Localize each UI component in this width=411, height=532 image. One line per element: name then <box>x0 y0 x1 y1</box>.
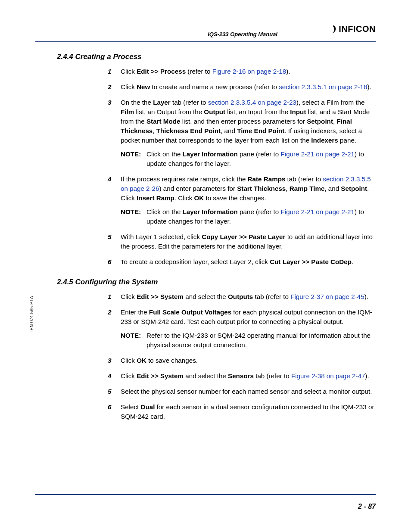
step-body: Select Dual for each sensor in a dual se… <box>121 402 376 421</box>
cross-ref-link[interactable]: Figure 2-37 on page 2-45 <box>290 293 364 300</box>
step-body: On the the Layer tab (refer to section 2… <box>121 98 376 145</box>
note: NOTE:Click on the Layer Information pane… <box>121 149 376 168</box>
text-run: Enter the <box>121 308 149 316</box>
text-run: to save the changes. <box>204 194 266 202</box>
bold-text: Full Scale Output Voltages <box>149 308 231 316</box>
page: IQS-233 Operating Manual INFICON 2.4.4 C… <box>0 0 411 532</box>
cross-ref-link[interactable]: section 2.3.3.5.4 on page 2-23 <box>208 99 296 106</box>
step-item: 6To create a codeposition layer, select … <box>108 257 376 267</box>
bold-text: Layer Information <box>183 208 238 215</box>
text-run: , and <box>324 185 341 192</box>
text-run: and select the <box>184 372 228 380</box>
step-body: Enter the Full Scale Output Voltages for… <box>121 308 376 327</box>
bold-text: Input <box>290 108 306 115</box>
cross-ref-link[interactable]: Figure 2-21 on page 2-21 <box>280 150 354 158</box>
text-run: Click <box>121 293 137 300</box>
bold-text: Outputs <box>228 293 253 300</box>
step-list: 1Click Edit >> Process (refer to Figure … <box>108 67 376 267</box>
note-body: Click on the Layer Information pane (ref… <box>146 149 376 168</box>
step-item: 4Click Edit >> System and select the Sen… <box>108 371 376 381</box>
text-run: pane (refer to <box>238 208 281 215</box>
text-run: ). <box>364 293 368 300</box>
logo-swirl-icon <box>329 25 337 34</box>
cross-ref-link[interactable]: section 2.3.3.5.1 on page 2-18 <box>279 83 367 90</box>
bold-text: Time End Point <box>237 127 284 134</box>
bold-text: Output <box>204 108 225 115</box>
step-item: 2Click New to create and name a new proc… <box>108 82 376 92</box>
text-run: Click <box>121 83 137 90</box>
ipn-label: IPN 074-585-P1A <box>29 296 34 332</box>
content-area: 2.4.4 Creating a Process1Click Edit >> P… <box>57 52 376 427</box>
bold-text: Setpoint <box>341 185 367 192</box>
step-body: Click Edit >> Process (refer to Figure 2… <box>121 67 376 76</box>
bold-text: Sensors <box>228 372 254 380</box>
note-label: NOTE: <box>121 331 146 350</box>
text-run: . <box>352 258 353 265</box>
step-number: 5 <box>108 387 112 396</box>
bold-text: OK <box>194 194 204 202</box>
section-heading: 2.4.4 Creating a Process <box>57 52 376 62</box>
step-item: 3On the the Layer tab (refer to section … <box>108 98 376 168</box>
text-run: With Layer 1 selected, click <box>121 233 202 240</box>
step-body: With Layer 1 selected, click Copy Layer … <box>121 232 376 251</box>
step-item: 4If the process requires rate ramps, cli… <box>108 174 376 226</box>
header-rule <box>35 41 376 42</box>
bold-text: Copy Layer >> Paste Layer <box>202 233 285 240</box>
bold-text: Edit >> System <box>137 293 184 300</box>
step-number: 2 <box>108 82 112 92</box>
page-header: IQS-233 Operating Manual INFICON <box>0 26 411 41</box>
text-run: If the process requires rate ramps, clic… <box>121 175 248 183</box>
cross-ref-link[interactable]: Figure 2-38 on page 2-47 <box>291 372 365 380</box>
step-item: 2Enter the Full Scale Output Voltages fo… <box>108 308 376 350</box>
brand-logo: INFICON <box>329 24 376 34</box>
text-run: to create and name a new process (refer … <box>150 83 279 90</box>
manual-title: IQS-233 Operating Manual <box>208 31 277 37</box>
step-body: Click New to create and name a new proce… <box>121 82 376 92</box>
note-label: NOTE: <box>121 149 146 168</box>
text-run: To create a codeposition layer, select L… <box>121 258 270 265</box>
bold-text: Insert Ramp <box>137 194 174 202</box>
step-number: 3 <box>108 98 112 107</box>
text-run: ). <box>367 83 371 90</box>
text-run: ), select a Film from the <box>296 99 365 106</box>
text-run: (refer to <box>186 68 212 75</box>
text-run: Select <box>121 403 140 411</box>
bold-text: OK <box>137 357 146 364</box>
section-heading: 2.4.5 Configuring the System <box>57 277 376 288</box>
text-run: Click <box>121 357 137 364</box>
bold-text: Setpoint <box>307 118 333 125</box>
text-run: list, an Input from the <box>225 108 290 115</box>
bold-text: Dual <box>140 403 155 411</box>
step-list: 1Click Edit >> System and select the Out… <box>108 292 376 421</box>
step-item: 1Click Edit >> Process (refer to Figure … <box>108 67 376 76</box>
bold-text: New <box>137 83 150 90</box>
text-run: tab (refer to <box>254 372 291 380</box>
text-run: Click <box>121 68 137 75</box>
step-number: 5 <box>108 232 112 242</box>
bold-text: Indexers <box>311 137 338 144</box>
step-item: 5Select the physical sensor number for e… <box>108 387 376 396</box>
note: NOTE:Refer to the IQM-233 or SQM-242 ope… <box>121 331 376 350</box>
step-number: 2 <box>108 308 112 317</box>
step-number: 3 <box>108 356 112 365</box>
text-run: ). <box>365 372 369 380</box>
page-number: 2 - 87 <box>358 503 376 510</box>
text-run: Select the physical sensor number for ea… <box>121 388 372 395</box>
bold-text: Thickness End Point <box>156 127 221 134</box>
cross-ref-link[interactable]: Figure 2-16 on page 2-18 <box>212 68 286 75</box>
step-number: 6 <box>108 402 112 412</box>
text-run: list, and then enter process parameters … <box>180 118 307 125</box>
text-run: pane. <box>338 137 356 144</box>
bold-text: Rate Ramps <box>248 175 286 183</box>
text-run: pane (refer to <box>238 150 281 158</box>
bold-text: Start Thickness <box>237 185 286 192</box>
text-run: Refer to the IQM-233 or SQM-242 operatin… <box>146 332 371 348</box>
step-item: 3Click OK to save changes. <box>108 356 376 365</box>
footer-rule <box>35 494 376 495</box>
bold-text: Layer <box>153 99 171 106</box>
text-run: . Click <box>174 194 194 202</box>
step-body: To create a codeposition layer, select L… <box>121 257 376 267</box>
step-body: Click OK to save changes. <box>121 356 376 365</box>
cross-ref-link[interactable]: Figure 2-21 on page 2-21 <box>280 208 354 215</box>
step-body: Click Edit >> System and select the Sens… <box>121 371 376 381</box>
